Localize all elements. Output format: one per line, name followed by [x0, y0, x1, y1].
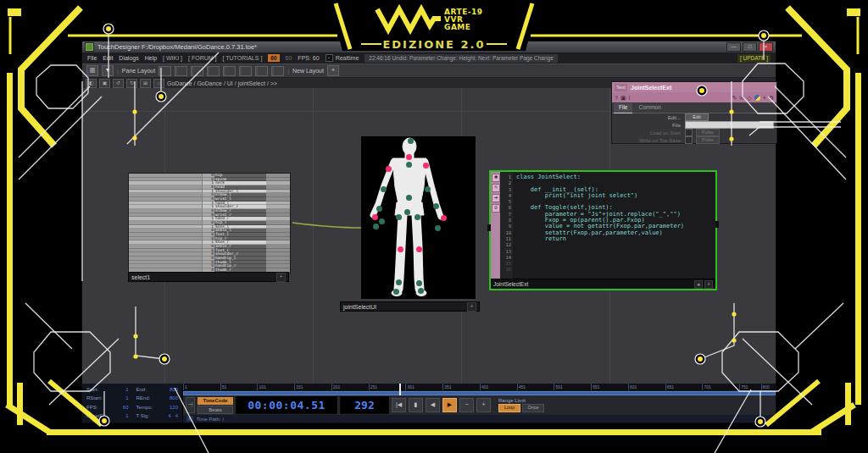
- layout-preset-button[interactable]: [207, 66, 220, 76]
- timeline-field[interactable]: End:800: [136, 386, 179, 394]
- code-text[interactable]: class JointSelect: def __init__(self): p…: [513, 172, 715, 279]
- layout-preset-button[interactable]: [239, 66, 252, 76]
- tab-file[interactable]: File: [614, 103, 632, 113]
- dat-settings-icon[interactable]: ✱: [492, 174, 500, 182]
- timeline-field[interactable]: T Sig:4 4: [136, 412, 179, 420]
- node-viewer-jointselectui[interactable]: [361, 136, 476, 299]
- layout-preset-button[interactable]: [159, 66, 171, 76]
- menu-file[interactable]: File: [87, 55, 97, 61]
- nav-back-icon[interactable]: ◧: [86, 79, 97, 88]
- parameter-dialog[interactable]: Text JointSelectExt ? ▣ i ✎ ✉ ◇ + ⚙ File…: [611, 81, 777, 144]
- node-flag-icon[interactable]: +: [467, 302, 476, 312]
- node-select1-table[interactable]: 0hip0spine1neck0head1shoulder_l0elbow_l0…: [128, 173, 291, 273]
- expression-icon[interactable]: ◇: [747, 93, 751, 102]
- add-layout-button[interactable]: +: [327, 65, 339, 76]
- pulse-button[interactable]: Pulse: [696, 136, 720, 144]
- tutorials-link[interactable]: [ TUTORIALS ]: [223, 55, 263, 61]
- network-path[interactable]: GoDance / GoDance / UI / jointSelect / >…: [167, 80, 277, 86]
- joint-dot-knee_r[interactable]: [416, 246, 422, 252]
- play-reverse-button[interactable]: ◀: [426, 398, 440, 412]
- time-path-icon[interactable]: /: [186, 416, 193, 422]
- help-icon[interactable]: ?: [615, 93, 618, 102]
- step-forward-button[interactable]: +: [476, 398, 491, 412]
- load-on-start-toggle[interactable]: [685, 129, 693, 136]
- menu-help[interactable]: Help: [145, 55, 157, 61]
- window-titlebar[interactable]: TouchDesigner F:/Dropbox/Medani/GoDance.…: [82, 41, 776, 52]
- timeline-field[interactable]: FPS:60: [86, 404, 129, 412]
- layout-preset-button[interactable]: [175, 66, 187, 76]
- go-start-button[interactable]: |◀: [392, 398, 406, 412]
- pane-split-icon[interactable]: ▥: [86, 65, 98, 76]
- joint-dot-hip_r[interactable]: [415, 214, 420, 220]
- loop-button[interactable]: Loop: [498, 404, 520, 412]
- close-button[interactable]: ×: [759, 42, 773, 52]
- minimize-button[interactable]: —: [726, 42, 741, 52]
- node-flag-icon[interactable]: +: [276, 273, 286, 282]
- node-flag-icon[interactable]: +: [704, 280, 713, 289]
- node-viewer-namebar[interactable]: jointSelectUI +: [340, 301, 480, 312]
- joint-dot-knee_l[interactable]: [398, 246, 403, 252]
- joint-dot-hand_l[interactable]: [372, 214, 378, 220]
- python-icon[interactable]: [754, 95, 760, 101]
- node-jointselectext-editor[interactable]: ✱ ✎ ➔ ⊘ 12345678910111213141516 class Jo…: [489, 170, 717, 290]
- timeline-field[interactable]: Tempo:120: [136, 404, 179, 412]
- joint-dot-wrist_r[interactable]: [433, 203, 439, 209]
- joint-dot-thumb_r[interactable]: [435, 225, 441, 231]
- joint-dot-neck[interactable]: [406, 154, 412, 160]
- parameter-dialog-header[interactable]: Text JointSelectExt: [612, 82, 776, 92]
- joint-dot-hip_l[interactable]: [396, 214, 402, 220]
- nav-forward-icon[interactable]: ▣: [99, 79, 110, 88]
- pause-button[interactable]: ▮: [409, 398, 423, 412]
- dat-edit-icon[interactable]: ✎: [492, 184, 500, 192]
- menu-dialogs[interactable]: Dialogs: [119, 55, 138, 61]
- forum-link[interactable]: [ FORUM ]: [188, 55, 216, 61]
- realtime-checkbox-icon[interactable]: ▪: [326, 54, 333, 62]
- layout-preset-button[interactable]: [271, 66, 284, 76]
- dat-run-icon[interactable]: ➔: [492, 194, 500, 202]
- step-back-button[interactable]: −: [459, 398, 474, 412]
- node-select1-namebar[interactable]: select1 +: [128, 272, 289, 282]
- once-button[interactable]: Once: [522, 404, 544, 412]
- file-field[interactable]: [685, 121, 774, 129]
- write-on-toe-save-toggle[interactable]: [685, 136, 693, 144]
- timeline-collapse-button[interactable]: ⊣: [186, 397, 195, 413]
- realtime-toggle[interactable]: ▪ Realtime: [326, 54, 359, 62]
- language-icon[interactable]: ✎: [732, 93, 737, 102]
- dat-clear-icon[interactable]: ⊘: [492, 204, 500, 213]
- node-input-connector[interactable]: [487, 224, 491, 231]
- joint-dot-head[interactable]: [408, 138, 414, 144]
- joint-dot-thumb_l[interactable]: [373, 224, 379, 229]
- tab-common[interactable]: Common: [633, 103, 665, 113]
- timeline-field[interactable]: RStart:1: [86, 395, 129, 402]
- pulse-button[interactable]: Pulse: [696, 129, 720, 136]
- comment-icon[interactable]: ✉: [739, 93, 744, 102]
- node-output-connector[interactable]: [715, 221, 719, 228]
- joint-dot-ankle_r[interactable]: [416, 280, 422, 286]
- info-icon[interactable]: i: [629, 93, 631, 102]
- gear-icon[interactable]: ⚙: [769, 93, 774, 102]
- maximize-button[interactable]: □: [743, 42, 757, 52]
- layout-preset-button[interactable]: [223, 66, 236, 76]
- node-jointselectext-namebar[interactable]: JointSelectExt ● +: [491, 279, 715, 289]
- redo-icon[interactable]: ↻: [126, 79, 137, 88]
- grid-icon[interactable]: ⊞: [140, 79, 151, 88]
- timeline-field[interactable]: ResetF:1: [86, 412, 129, 420]
- home-icon[interactable]: ⌂: [153, 79, 164, 88]
- add-page-icon[interactable]: +: [763, 93, 766, 102]
- joint-dot-spine_top[interactable]: [406, 162, 412, 168]
- timeline-field[interactable]: Start:1: [86, 386, 129, 394]
- joint-dot-wrist_l[interactable]: [376, 206, 382, 212]
- layout-preset-button[interactable]: [255, 66, 268, 76]
- node-viewer-flag-icon[interactable]: ●: [694, 280, 703, 289]
- layout-preset-button[interactable]: [191, 66, 203, 76]
- copy-icon[interactable]: ▣: [620, 93, 626, 102]
- update-badge[interactable]: [ UPDATE ]: [737, 54, 771, 63]
- playhead[interactable]: [399, 384, 401, 395]
- pane-dropdown-icon[interactable]: ▼: [102, 65, 114, 76]
- undo-icon[interactable]: ↺: [113, 79, 124, 88]
- beats-mode-button[interactable]: Beats: [198, 406, 233, 414]
- timecode-mode-button[interactable]: TimeCode: [198, 397, 233, 405]
- play-button[interactable]: ▶: [442, 398, 457, 412]
- timeline-settings-panel[interactable]: Start:1End:800RStart:1REnd:800FPS:60Temp…: [82, 384, 183, 423]
- menu-edit[interactable]: Edit: [103, 55, 113, 61]
